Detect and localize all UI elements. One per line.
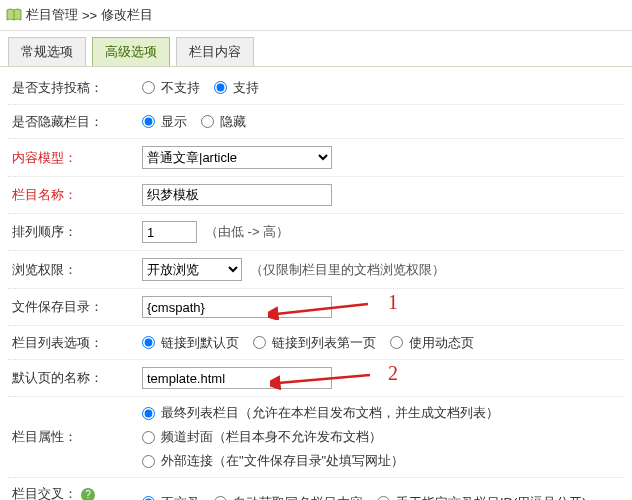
listopt-b[interactable]: 链接到列表第一页	[253, 334, 376, 352]
breadcrumb-section: 栏目管理	[26, 6, 78, 24]
label-listopt: 栏目列表选项：	[12, 334, 142, 352]
colname-input[interactable]	[142, 184, 332, 206]
defpage-input[interactable]	[142, 367, 332, 389]
tab-content[interactable]: 栏目内容	[176, 37, 254, 66]
order-input[interactable]	[142, 221, 197, 243]
label-support: 是否支持投稿：	[12, 79, 142, 97]
row-colattr: 栏目属性： 最终列表栏目（允许在本栏目发布文档，并生成文档列表） 频道封面（栏目…	[8, 397, 624, 478]
order-hint: （由低 -> 高）	[205, 223, 289, 241]
tab-bar: 常规选项 高级选项 栏目内容	[0, 31, 632, 67]
listopt-a-radio[interactable]	[142, 336, 155, 349]
book-icon	[6, 8, 22, 22]
model-select[interactable]: 普通文章|article	[142, 146, 332, 169]
row-order: 排列顺序： （由低 -> 高）	[8, 214, 624, 251]
listopt-b-radio[interactable]	[253, 336, 266, 349]
savepath-input[interactable]	[142, 296, 332, 318]
row-browse: 浏览权限： 开放浏览 （仅限制栏目里的文档浏览权限）	[8, 251, 624, 289]
hidden-show-radio[interactable]	[142, 115, 155, 128]
support-no-radio[interactable]	[142, 81, 155, 94]
label-colname: 栏目名称：	[12, 186, 142, 204]
support-yes-radio[interactable]	[214, 81, 227, 94]
support-no[interactable]: 不支持	[142, 79, 200, 97]
browse-hint: （仅限制栏目里的文档浏览权限）	[250, 261, 445, 279]
row-savepath: 文件保存目录： 1	[8, 289, 624, 326]
cross-b-radio[interactable]	[214, 496, 227, 500]
row-cross: 栏目交叉：? 仅适用[最终列表栏目] 不交叉 自动获取同名栏目内容 手工指定交叉…	[8, 478, 624, 500]
tab-advanced[interactable]: 高级选项	[92, 37, 170, 66]
colattr-c[interactable]: 外部连接（在"文件保存目录"处填写网址）	[142, 452, 404, 470]
cross-b[interactable]: 自动获取同名栏目内容	[214, 494, 363, 501]
colattr-c-radio[interactable]	[142, 455, 155, 468]
listopt-c[interactable]: 使用动态页	[390, 334, 474, 352]
row-listopt: 栏目列表选项： 链接到默认页 链接到列表第一页 使用动态页	[8, 326, 624, 360]
cross-c[interactable]: 手工指定交叉栏目ID(用逗号分开)	[377, 494, 587, 501]
colattr-b-radio[interactable]	[142, 431, 155, 444]
label-savepath: 文件保存目录：	[12, 298, 142, 316]
breadcrumb-current: 修改栏目	[101, 6, 153, 24]
label-colattr: 栏目属性：	[12, 428, 142, 446]
row-colname: 栏目名称：	[8, 177, 624, 214]
label-order: 排列顺序：	[12, 223, 142, 241]
cross-a[interactable]: 不交叉	[142, 494, 200, 501]
cross-c-radio[interactable]	[377, 496, 390, 500]
colattr-a-radio[interactable]	[142, 407, 155, 420]
row-model: 内容模型： 普通文章|article	[8, 139, 624, 177]
breadcrumb-separator: >>	[82, 8, 97, 23]
colattr-b[interactable]: 频道封面（栏目本身不允许发布文档）	[142, 428, 382, 446]
hidden-hide[interactable]: 隐藏	[201, 113, 246, 131]
colattr-a[interactable]: 最终列表栏目（允许在本栏目发布文档，并生成文档列表）	[142, 404, 499, 422]
row-hidden: 是否隐藏栏目： 显示 隐藏	[8, 105, 624, 139]
tab-basic[interactable]: 常规选项	[8, 37, 86, 66]
label-browse: 浏览权限：	[12, 261, 142, 279]
browse-select[interactable]: 开放浏览	[142, 258, 242, 281]
label-cross: 栏目交叉：? 仅适用[最终列表栏目]	[12, 485, 142, 500]
listopt-a[interactable]: 链接到默认页	[142, 334, 239, 352]
row-defpage: 默认页的名称： 2	[8, 360, 624, 397]
label-defpage: 默认页的名称：	[12, 369, 142, 387]
row-support: 是否支持投稿： 不支持 支持	[8, 71, 624, 105]
hidden-hide-radio[interactable]	[201, 115, 214, 128]
label-hidden: 是否隐藏栏目：	[12, 113, 142, 131]
listopt-c-radio[interactable]	[390, 336, 403, 349]
form-area: 是否支持投稿： 不支持 支持 是否隐藏栏目： 显示 隐藏	[0, 67, 632, 500]
help-icon[interactable]: ?	[81, 488, 95, 500]
support-yes[interactable]: 支持	[214, 79, 259, 97]
hidden-show[interactable]: 显示	[142, 113, 187, 131]
label-model: 内容模型：	[12, 149, 142, 167]
breadcrumb: 栏目管理 >> 修改栏目	[0, 0, 632, 31]
cross-a-radio[interactable]	[142, 496, 155, 500]
